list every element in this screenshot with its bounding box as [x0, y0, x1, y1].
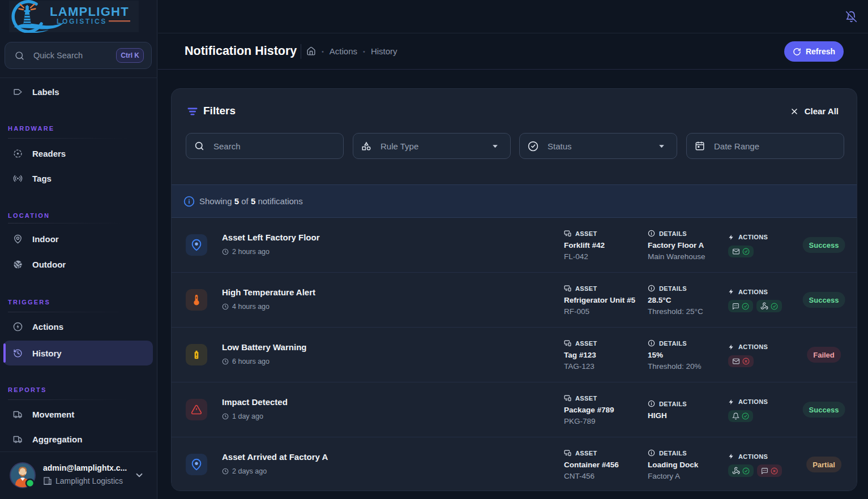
svg-text:LOGISTICS: LOGISTICS: [57, 18, 107, 25]
svg-text:LAMPLIGHT: LAMPLIGHT: [50, 5, 129, 19]
